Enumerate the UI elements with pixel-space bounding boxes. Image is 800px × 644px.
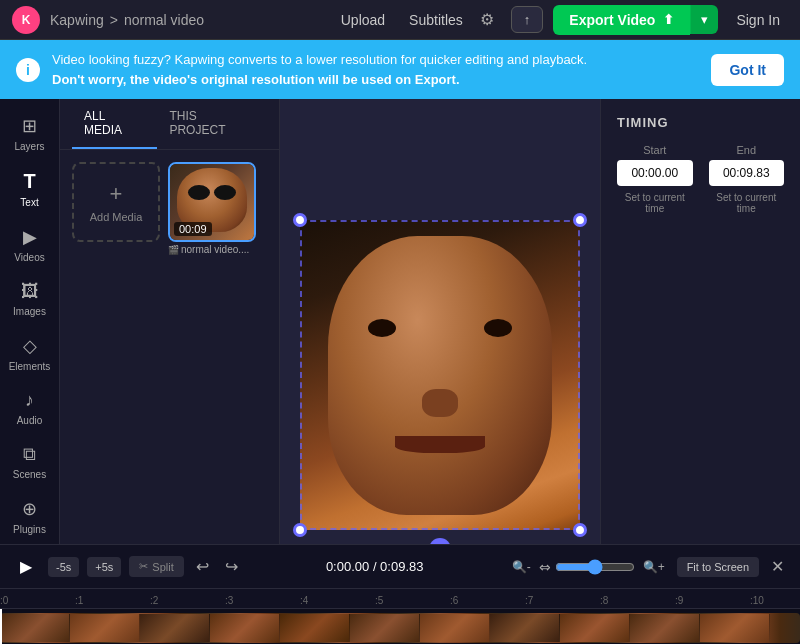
start-field: Start Set to current time [617,144,693,214]
ruler-mark: :4 [300,595,308,606]
settings-icon[interactable]: ⚙ [473,6,501,34]
got-it-button[interactable]: Got It [711,54,784,86]
resize-handle-tl[interactable] [293,213,307,227]
face-nose [422,389,458,417]
timeline-cursor [0,609,2,644]
close-timeline-button[interactable]: ✕ [767,553,788,580]
canvas-wrapper: ↻ [300,220,580,530]
filmstrip-frame [0,614,70,642]
resize-handle-tr[interactable] [573,213,587,227]
filmstrip-frame [490,614,560,642]
zoom-slider[interactable] [555,559,635,575]
add-media-button[interactable]: + Add Media [72,162,160,242]
export-dropdown-button[interactable]: ▾ [690,5,718,34]
sidebar-item-text[interactable]: T Text [4,162,56,216]
zoom-in-button[interactable]: 🔍+ [639,556,669,578]
split-button[interactable]: ✂ Split [129,556,183,577]
filmstrip-frame [350,614,420,642]
filmstrip-frame [560,614,630,642]
fit-to-screen-button[interactable]: Fit to Screen [677,557,759,577]
ruler-mark: :10 [750,595,764,606]
ruler-mark: :8 [600,595,608,606]
timing-section: TIMING Start Set to current time End Set… [617,115,784,214]
resize-handle-br[interactable] [573,523,587,537]
zoom-controls: 🔍- ⇔ 🔍+ [508,556,669,578]
app-title: Kapwing > normal video [50,12,204,28]
app-logo: K [12,6,40,34]
skip-forward-button[interactable]: +5s [87,557,121,577]
start-label: Start [617,144,693,156]
zoom-out-button[interactable]: 🔍- [508,556,535,578]
end-label: End [709,144,785,156]
timeline-ruler: :0:1:2:3:4:5:6:7:8:9:10 [0,589,800,609]
images-icon: 🖼 [21,281,39,302]
ruler-mark: :0 [0,595,8,606]
audio-icon: ♪ [25,390,34,411]
filmstrip [0,613,800,643]
topbar-nav: Upload Subtitles [341,12,463,28]
share-button[interactable]: ↑ [511,6,544,33]
export-button[interactable]: Export Video ⬆ [553,5,690,35]
notification-banner: i Video looking fuzzy? Kapwing converts … [0,40,800,99]
video-canvas[interactable] [300,220,580,530]
right-eye [484,319,512,337]
filmstrip-frame [280,614,350,642]
text-icon: T [23,170,35,193]
ruler-mark: :2 [150,595,158,606]
upload-icon: ⬆ [663,12,674,27]
start-input[interactable] [617,160,693,186]
subtitles-link[interactable]: Subtitles [409,12,463,28]
sidebar-item-plugins[interactable]: ⊕ Plugins [4,490,56,543]
left-eye [368,319,396,337]
zoom-split-icon: ⇔ [539,559,551,575]
timing-fields: Start Set to current time End Set to cur… [617,144,784,214]
undo-button[interactable]: ↩ [192,553,213,580]
skip-back-button[interactable]: -5s [48,557,79,577]
sidebar-item-label: Audio [17,415,43,426]
filmstrip-frame [140,614,210,642]
video-thumbnail[interactable]: 00:09 [168,162,256,242]
timing-title: TIMING [617,115,784,130]
upload-link[interactable]: Upload [341,12,385,28]
sidebar-item-elements[interactable]: ◇ Elements [4,327,56,380]
end-input[interactable] [709,160,785,186]
timeline-area: :0:1:2:3:4:5:6:7:8:9:10 [0,588,800,644]
add-media-label: Add Media [90,211,143,223]
sidebar-item-label: Layers [14,141,44,152]
export-group: Export Video ⬆ ▾ [553,5,718,35]
elements-icon: ◇ [23,335,37,357]
redo-button[interactable]: ↪ [221,553,242,580]
ruler-mark: :1 [75,595,83,606]
video-name: 🎬 normal video.... [168,244,256,255]
resize-handle-bl[interactable] [293,523,307,537]
sidebar-item-label: Text [20,197,38,208]
sidebar-item-images[interactable]: 🖼 Images [4,273,56,325]
set-start-current[interactable]: Set to current time [617,192,693,214]
timeline-controls: ▶ -5s +5s ✂ Split ↩ ↪ 0:00.00 / 0:09.83 … [0,544,800,588]
sidebar-item-audio[interactable]: ♪ Audio [4,382,56,434]
scenes-icon: ⧉ [23,444,36,465]
sidebar-item-label: Scenes [13,469,46,480]
sidebar-item-scenes[interactable]: ⧉ Scenes [4,436,56,488]
end-field: End Set to current time [709,144,785,214]
notification-text: Video looking fuzzy? Kapwing converts to… [52,50,699,89]
set-end-current[interactable]: Set to current time [709,192,785,214]
sidebar-item-layers[interactable]: ⊞ Layers [4,107,56,160]
ruler-mark: :7 [525,595,533,606]
sign-in-button[interactable]: Sign In [728,12,788,28]
tab-all-media[interactable]: ALL MEDIA [72,99,157,149]
filmstrip-frame [70,614,140,642]
timeline-track[interactable] [0,609,800,644]
sidebar-item-label: Elements [9,361,51,372]
tab-this-project[interactable]: THIS PROJECT [157,99,267,149]
videos-icon: ▶ [23,226,37,248]
play-button[interactable]: ▶ [12,553,40,581]
plugins-icon: ⊕ [22,498,37,520]
video-content [328,236,552,515]
sidebar-item-videos[interactable]: ▶ Videos [4,218,56,271]
time-display: 0:00.00 / 0:09.83 [250,559,500,574]
topbar: K Kapwing > normal video Upload Subtitle… [0,0,800,40]
ruler-mark: :6 [450,595,458,606]
video-duration: 00:09 [174,222,212,236]
filmstrip-frame [210,614,280,642]
